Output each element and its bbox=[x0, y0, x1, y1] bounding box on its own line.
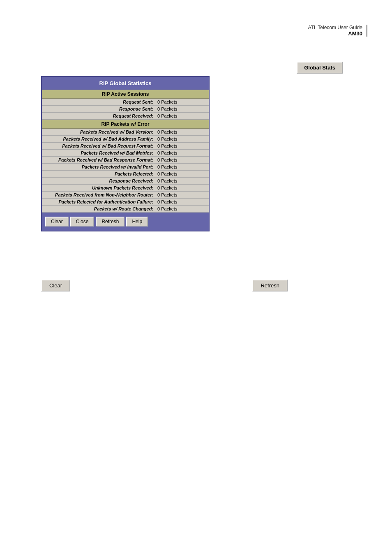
row-label: Packets Received w/ Bad Version: bbox=[42, 129, 155, 136]
row-value: 0 Packets bbox=[155, 206, 209, 213]
panel-help-button[interactable]: Help bbox=[126, 217, 148, 227]
table-row: Response Sent: 0 Packets bbox=[42, 106, 209, 113]
row-value: 0 Packets bbox=[155, 199, 209, 206]
section-header-packets-error: RIP Packets w/ Error bbox=[42, 120, 209, 129]
row-value: 0 Packets bbox=[155, 136, 209, 143]
row-value: 0 Packets bbox=[155, 143, 209, 150]
table-row: Packets Received w/ Bad Address Family: … bbox=[42, 136, 209, 143]
row-label: Request Received: bbox=[42, 113, 155, 120]
table-row: Packets Received w/ Invalid Port: 0 Pack… bbox=[42, 164, 209, 171]
panel-buttons: ClearCloseRefreshHelp bbox=[42, 213, 209, 231]
row-label: Packets Received from Non-Neighbor Route… bbox=[42, 192, 155, 199]
row-label: Request Sent: bbox=[42, 99, 155, 106]
table-row: Packets Received w/ Bad Version: 0 Packe… bbox=[42, 129, 209, 136]
panel-refresh-button[interactable]: Refresh bbox=[96, 217, 125, 227]
row-value: 0 Packets bbox=[155, 185, 209, 192]
table-row: Request Received: 0 Packets bbox=[42, 113, 209, 120]
table-row: Packets Received w/ Bad Metrics: 0 Packe… bbox=[42, 150, 209, 157]
panel-close-button[interactable]: Close bbox=[70, 217, 95, 227]
row-value: 0 Packets bbox=[155, 150, 209, 157]
row-value: 0 Packets bbox=[155, 157, 209, 164]
outer-refresh-button[interactable]: Refresh bbox=[252, 280, 288, 291]
table-row: Response Received: 0 Packets bbox=[42, 178, 209, 185]
panel-clear-button[interactable]: Clear bbox=[45, 217, 69, 227]
packets-error-table: Packets Received w/ Bad Version: 0 Packe… bbox=[42, 129, 209, 213]
table-row: Packets w/ Route Changed: 0 Packets bbox=[42, 206, 209, 213]
row-label: Response Sent: bbox=[42, 106, 155, 113]
row-value: 0 Packets bbox=[155, 113, 209, 120]
row-label: Packets Received w/ Bad Request Format: bbox=[42, 143, 155, 150]
rip-box: RIP Global Statistics RIP Active Session… bbox=[41, 76, 210, 231]
row-label: Packets Received w/ Bad Address Family: bbox=[42, 136, 155, 143]
row-label: Packets w/ Route Changed: bbox=[42, 206, 155, 213]
table-row: Packets Rejected: 0 Packets bbox=[42, 171, 209, 178]
section-header-active-sessions: RIP Active Sessions bbox=[42, 90, 209, 99]
row-value: 0 Packets bbox=[155, 99, 209, 106]
company-name: ATL Telecom User Guide bbox=[308, 25, 363, 30]
row-label: Packets Rejected for Authentication Fail… bbox=[42, 199, 155, 206]
outer-buttons-area: Clear Refresh bbox=[41, 280, 288, 291]
row-value: 0 Packets bbox=[155, 178, 209, 185]
row-value: 0 Packets bbox=[155, 129, 209, 136]
rip-box-title: RIP Global Statistics bbox=[42, 77, 209, 90]
row-label: Packets Received w/ Invalid Port: bbox=[42, 164, 155, 171]
row-label: Packets Received w/ Bad Metrics: bbox=[42, 150, 155, 157]
row-label: Response Received: bbox=[42, 178, 155, 185]
row-value: 0 Packets bbox=[155, 171, 209, 178]
outer-clear-button[interactable]: Clear bbox=[41, 280, 70, 291]
global-stats-btn-area: Global Stats bbox=[297, 62, 343, 74]
row-value: 0 Packets bbox=[155, 164, 209, 171]
row-label: Packets Received w/ Bad Response Format: bbox=[42, 157, 155, 164]
table-row: Request Sent: 0 Packets bbox=[42, 99, 209, 106]
top-header: ATL Telecom User Guide AM30 bbox=[308, 25, 368, 37]
table-row: Unknown Packets Received: 0 Packets bbox=[42, 185, 209, 192]
global-stats-button[interactable]: Global Stats bbox=[297, 62, 343, 74]
table-row: Packets Received w/ Bad Request Format: … bbox=[42, 143, 209, 150]
row-label: Unknown Packets Received: bbox=[42, 185, 155, 192]
row-value: 0 Packets bbox=[155, 192, 209, 199]
table-row: Packets Rejected for Authentication Fail… bbox=[42, 199, 209, 206]
model-name: AM30 bbox=[308, 30, 363, 37]
row-value: 0 Packets bbox=[155, 106, 209, 113]
table-row: Packets Received w/ Bad Response Format:… bbox=[42, 157, 209, 164]
row-label: Packets Rejected: bbox=[42, 171, 155, 178]
rip-panel: RIP Global Statistics RIP Active Session… bbox=[41, 76, 210, 231]
active-sessions-table: Request Sent: 0 Packets Response Sent: 0… bbox=[42, 99, 209, 120]
table-row: Packets Received from Non-Neighbor Route… bbox=[42, 192, 209, 199]
